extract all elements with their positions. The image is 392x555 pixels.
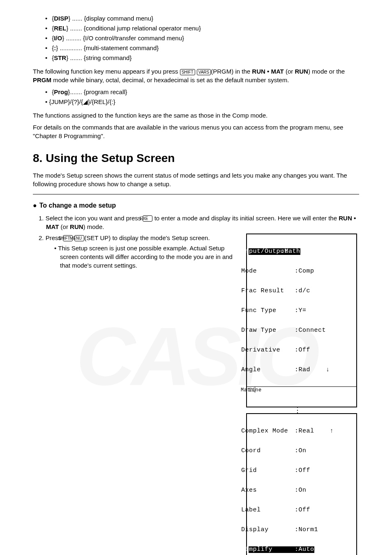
paragraph: The mode's Setup screen shows the curren… bbox=[33, 171, 359, 188]
paragraph: The functions assigned to the function k… bbox=[33, 111, 359, 120]
menu-item: • {:} ............. {multi-statement com… bbox=[45, 44, 359, 52]
command-menu-list: • {DISP} ...... {display command menu} •… bbox=[33, 14, 359, 62]
paragraph: For details on the commands that are ava… bbox=[33, 123, 359, 140]
lcd-screen-2: Complex Mode:Real ↑ Coord:On Grid:Off Ax… bbox=[246, 413, 357, 555]
menu-item: • {STR} ....... {string command} bbox=[45, 53, 359, 62]
step-item: 1. Select the icon you want and press EX… bbox=[39, 214, 359, 231]
lcd-screen-1: Input/Output:Math Mode:Comp Frac Result:… bbox=[246, 234, 357, 407]
vars-key-icon: VARS bbox=[197, 69, 211, 75]
shift-key-icon: SHIFT bbox=[180, 69, 195, 75]
steps-list: 1. Select the icon you want and press EX… bbox=[33, 214, 359, 555]
sub-heading: ●To change a mode setup bbox=[33, 201, 359, 210]
step-item: 2. Press SHIFT MENU(SET UP) to display t… bbox=[39, 234, 359, 555]
menu-item: • {JUMP}/{?}/{◢}/{REL}/{:} bbox=[45, 97, 359, 106]
exe-key-icon: EXE bbox=[143, 215, 152, 222]
separator bbox=[33, 194, 359, 194]
note: • This Setup screen is just one possible… bbox=[54, 244, 237, 270]
setup-screens: Input/Output:Math Mode:Comp Frac Result:… bbox=[244, 234, 359, 555]
paragraph: The following function key menu appears … bbox=[33, 67, 359, 84]
menu-item: • {DISP} ...... {display command menu} bbox=[45, 14, 359, 23]
section-heading: 8. Using the Setup Screen bbox=[33, 150, 359, 166]
menu-key-icon: MENU bbox=[74, 235, 84, 241]
ellipsis-icon: ⋮ bbox=[301, 408, 302, 412]
prog-menu-list: • {Prog}....... {program recall} • {JUMP… bbox=[33, 88, 359, 106]
menu-item: • {REL} ....... {conditional jump relati… bbox=[45, 24, 359, 32]
menu-item: • {Prog}....... {program recall} bbox=[45, 88, 359, 96]
menu-item: • {I/O} ......... {I/O control/transfer … bbox=[45, 34, 359, 42]
